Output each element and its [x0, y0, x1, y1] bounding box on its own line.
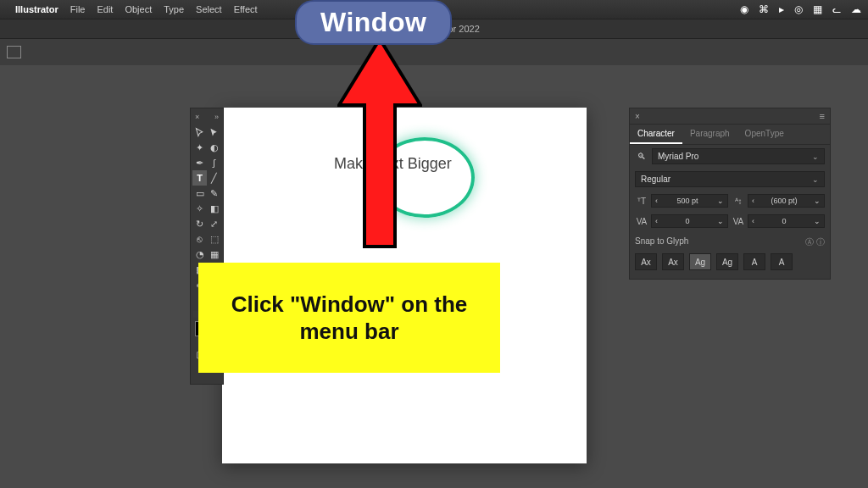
snap-btn[interactable]: Ag: [689, 253, 711, 270]
grid-icon[interactable]: ⌘: [759, 3, 769, 15]
leading-input[interactable]: ‹(600 pt)⌄: [748, 194, 825, 208]
leading-icon: ᴬ↕: [732, 197, 745, 206]
record-icon[interactable]: ◉: [740, 3, 748, 15]
callout-pill: Window: [295, 0, 452, 45]
snap-btn[interactable]: Ax: [635, 253, 657, 270]
annotation-arrow: [337, 39, 422, 254]
type-tool[interactable]: T: [192, 170, 207, 186]
scale-tool[interactable]: ⤢: [207, 216, 221, 231]
menu-object[interactable]: Object: [125, 4, 152, 14]
pen-tool[interactable]: ✒: [192, 155, 207, 170]
menu-effect[interactable]: Effect: [234, 4, 258, 14]
brush-tool[interactable]: ✎: [207, 186, 221, 201]
rotate-tool[interactable]: ↻: [192, 216, 207, 231]
snap-btn[interactable]: Ag: [716, 253, 738, 270]
snap-icons: Ⓐ ⓘ: [805, 236, 825, 248]
home-icon[interactable]: [7, 46, 21, 58]
font-size-input[interactable]: ‹500 pt⌄: [651, 194, 728, 208]
menu-file[interactable]: File: [70, 4, 86, 14]
camera-icon[interactable]: ◎: [794, 3, 803, 15]
font-style-select[interactable]: Regular⌄: [635, 171, 825, 187]
snap-btn[interactable]: A: [743, 253, 765, 270]
close-icon[interactable]: ×: [195, 113, 199, 121]
instruction-box: Click "Window" on the menu bar: [198, 263, 500, 373]
tab-paragraph[interactable]: Paragraph: [682, 125, 737, 144]
direct-selection-tool[interactable]: [207, 125, 221, 140]
tracking-input[interactable]: ‹0⌄: [748, 214, 825, 228]
curvature-tool[interactable]: ∫: [207, 155, 221, 170]
chevron-icon[interactable]: »: [214, 113, 219, 121]
font-family-select[interactable]: Myriad Pro⌄: [652, 148, 825, 164]
kerning-icon: VA: [635, 217, 648, 226]
snap-to-glyph-label: Snap to Glyph: [635, 236, 688, 248]
panel-menu-icon[interactable]: ≡: [820, 111, 825, 121]
kerning-input[interactable]: ‹0⌄: [651, 214, 728, 228]
search-icon: 🔍︎: [635, 152, 648, 161]
selection-tool[interactable]: [192, 125, 207, 140]
lasso-tool[interactable]: ◐: [207, 140, 221, 155]
line-tool[interactable]: ╱: [207, 170, 221, 186]
menu-select[interactable]: Select: [196, 4, 222, 14]
menu-edit[interactable]: Edit: [97, 4, 113, 14]
menubar-right: ◉ ⌘ ▸ ◎ ▦ ᓚ ☁: [740, 3, 861, 15]
character-panel: × ≡ Character Paragraph OpenType 🔍︎ Myri…: [629, 108, 831, 280]
close-icon[interactable]: ×: [635, 112, 640, 121]
shaper-tool[interactable]: ✧: [192, 201, 207, 216]
app-name[interactable]: Illustrator: [15, 4, 58, 14]
tab-opentype[interactable]: OpenType: [737, 125, 792, 144]
snap-btn[interactable]: Ax: [662, 253, 684, 270]
menu-type[interactable]: Type: [164, 4, 184, 14]
width-tool[interactable]: ⎋: [192, 231, 207, 247]
snap-btn[interactable]: A: [771, 253, 793, 270]
eraser-tool[interactable]: ◧: [207, 201, 221, 216]
shape-builder-tool[interactable]: ◔: [192, 247, 207, 262]
svg-marker-0: [339, 39, 420, 247]
magic-wand-tool[interactable]: ✦: [192, 140, 207, 155]
tab-character[interactable]: Character: [630, 125, 682, 144]
perspective-tool[interactable]: ▦: [207, 247, 221, 262]
snap-icon[interactable]: ▦: [813, 3, 822, 15]
cloud-icon[interactable]: ☁: [851, 3, 861, 15]
tracking-icon: VA: [732, 217, 745, 226]
cat-icon[interactable]: ᓚ: [832, 3, 841, 15]
free-transform-tool[interactable]: ⬚: [207, 231, 221, 247]
font-size-icon: ᵀT: [635, 197, 648, 206]
play-icon[interactable]: ▸: [779, 3, 784, 15]
rectangle-tool[interactable]: ▭: [192, 186, 207, 201]
